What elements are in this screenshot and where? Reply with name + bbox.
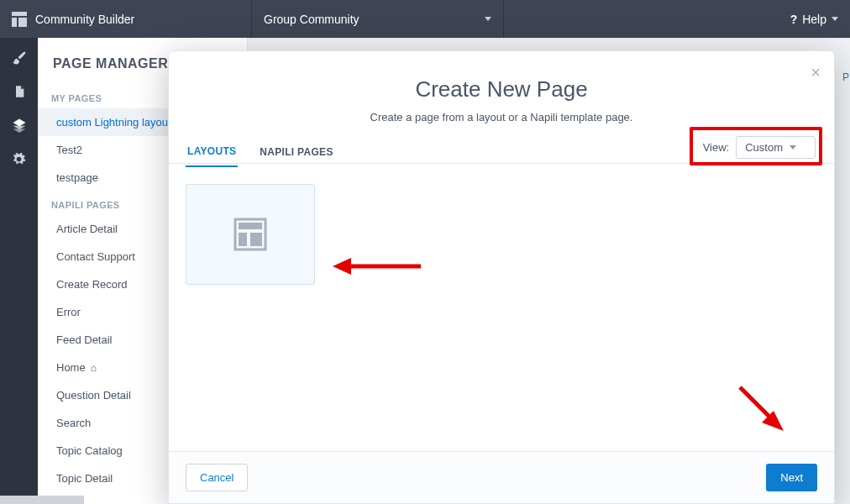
app-icon [12,12,27,27]
cancel-button[interactable]: Cancel [186,464,248,491]
chevron-down-icon [790,145,796,150]
list-item-label: Topic Catalog [56,444,123,457]
view-label: View: [703,141,730,154]
list-item-label: Question Detail [56,389,131,402]
svg-rect-6 [250,233,262,246]
svg-line-9 [740,387,774,421]
list-item-label: Article Detail [56,223,118,235]
left-rail [0,38,38,504]
community-name: Group Community [264,13,359,26]
home-icon: ⌂ [91,362,97,374]
chevron-down-icon [485,17,491,21]
list-item-label: Contact Support [56,250,135,263]
modal-title: Create New Page [186,76,817,102]
tab-layouts[interactable]: LAYOUTS [186,137,238,167]
page-icon[interactable] [11,83,28,100]
svg-marker-8 [333,258,351,275]
gear-icon[interactable] [11,150,28,167]
list-item-label: custom Lightning layout [56,116,171,129]
chevron-down-icon [832,17,838,21]
svg-rect-4 [239,223,262,229]
layout-thumbnail[interactable] [186,184,315,285]
svg-rect-2 [18,18,27,27]
svg-rect-0 [12,12,27,16]
svg-rect-1 [12,18,17,27]
app-brand: Community Builder [0,0,252,38]
topbar-right: ? Help [504,0,850,38]
list-item-label: Error [56,306,81,318]
modal-subtitle: Create a page from a layout or a Napili … [186,111,817,123]
app-name: Community Builder [35,13,134,26]
list-item-label: Home [56,361,86,374]
top-bar: Community Builder Group Community ? Help [0,0,850,38]
view-select[interactable]: Custom [736,136,816,159]
annotation-arrow [732,381,790,439]
modal-body [169,164,834,451]
view-value: Custom [745,141,783,154]
layers-icon[interactable] [11,117,28,134]
horizontal-scrollbar[interactable] [0,496,84,504]
layout-icon [230,214,270,255]
close-icon[interactable]: × [811,63,821,82]
list-item-label: Topic Detail [56,472,113,485]
list-item-label: testpage [56,171,98,184]
svg-rect-5 [239,233,247,246]
next-button[interactable]: Next [766,464,817,491]
create-page-modal: × Create New Page Create a page from a l… [168,50,835,504]
list-item-label: Test2 [56,144,82,156]
view-filter: View: Custom [703,130,816,164]
list-item-label: Feed Detail [56,333,112,346]
modal-header: Create New Page Create a page from a lay… [169,51,834,130]
brush-icon[interactable] [11,50,28,66]
modal-tabs: LAYOUTS NAPILI PAGES View: Custom [169,130,834,164]
tab-napili-pages[interactable]: NAPILI PAGES [258,138,334,166]
annotation-arrow [333,255,425,278]
modal-footer: Cancel Next [169,451,834,503]
list-item-label: Create Record [56,278,128,291]
list-item-label: Search [56,417,91,429]
truncated-tab: P [842,71,849,83]
help-icon: ? [790,13,798,26]
svg-marker-10 [762,411,784,431]
community-selector[interactable]: Group Community [252,0,504,38]
help-label[interactable]: Help [802,13,826,26]
